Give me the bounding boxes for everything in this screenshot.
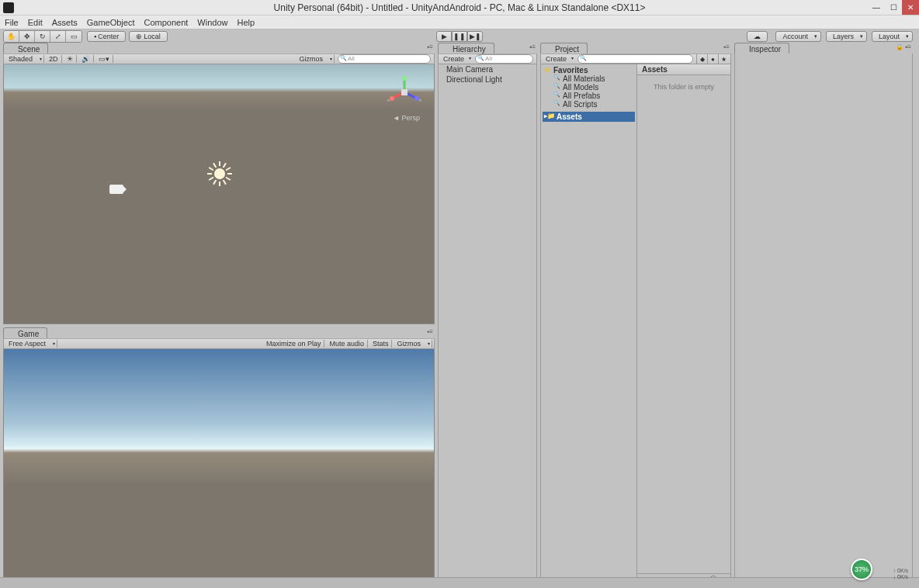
hand-tool-button[interactable]: ✋	[4, 31, 19, 42]
layers-dropdown[interactable]: Layers	[826, 31, 867, 42]
menu-component[interactable]: Component	[144, 18, 188, 27]
project-breadcrumb[interactable]: Assets	[637, 64, 730, 75]
menu-gameobject[interactable]: GameObject	[87, 18, 135, 27]
scene-panel: Scene ▪≡ Shaded 2D ☀ 🔊 ▭▾ Gizmos All	[3, 43, 435, 324]
play-button[interactable]: ▶	[436, 31, 452, 42]
filter-label-icon[interactable]: ●	[707, 54, 718, 64]
favorite-item[interactable]: All Prefabs	[543, 92, 635, 100]
menu-edit[interactable]: Edit	[28, 18, 43, 27]
hierarchy-toolbar: Create All	[438, 54, 537, 64]
favorites-group[interactable]: Favorites	[543, 66, 635, 74]
project-toolbar: Create ◆ ● ★	[540, 54, 731, 64]
inspector-tab[interactable]: Inspector	[734, 43, 789, 54]
account-dropdown[interactable]: Account	[775, 31, 821, 42]
hierarchy-tab[interactable]: Hierarchy	[438, 43, 494, 54]
project-body: Favorites All Materials All Models All P…	[540, 64, 731, 585]
close-button[interactable]: ✕	[902, 0, 919, 15]
inspector-tab-row: Inspector 🔒 ▪≡	[734, 43, 913, 54]
move-tool-button[interactable]: ✥	[19, 31, 35, 42]
rect-tool-button[interactable]: ▭	[66, 31, 81, 42]
game-gizmos-dropdown[interactable]: Gizmos	[394, 340, 432, 348]
hierarchy-panel-menu[interactable]: ▪≡	[529, 43, 536, 50]
orientation-gizmo[interactable]: x y z	[386, 74, 423, 111]
project-search[interactable]	[577, 54, 693, 64]
hierarchy-body[interactable]: Main Camera Directional Light	[438, 64, 537, 585]
hierarchy-item[interactable]: Directional Light	[439, 74, 536, 85]
gizmos-dropdown[interactable]: Gizmos	[296, 55, 335, 63]
stats-toggle[interactable]: Stats	[369, 340, 393, 348]
maximize-button[interactable]: ☐	[885, 0, 902, 15]
light-gizmo-icon[interactable]	[207, 161, 232, 186]
pivot-toggle[interactable]: ▪ Center	[87, 31, 126, 42]
step-button[interactable]: ▶❚	[467, 31, 483, 42]
fx-toggle[interactable]: ▭▾	[95, 55, 113, 63]
hierarchy-search[interactable]: All	[475, 54, 533, 64]
pause-button[interactable]: ❚❚	[452, 31, 467, 42]
hierarchy-item[interactable]: Main Camera	[439, 64, 536, 74]
scene-view[interactable]: x y z ◄ Persp	[3, 64, 435, 324]
window-controls: — ☐ ✕	[868, 0, 919, 15]
save-search-icon[interactable]: ★	[718, 54, 729, 64]
camera-gizmo-icon[interactable]	[109, 185, 123, 194]
scene-skybox	[4, 64, 434, 111]
title-bar: Unity Personal (64bit) - Untitled - Unit…	[0, 0, 919, 16]
project-tab[interactable]: Project	[540, 43, 588, 54]
hierarchy-create-dropdown[interactable]: Create	[440, 55, 472, 63]
assets-folder[interactable]: Assets	[543, 112, 635, 122]
game-tab-row: Game ▪≡	[3, 327, 435, 338]
perspective-label[interactable]: ◄ Persp	[393, 114, 420, 122]
space-label: Local	[144, 33, 161, 40]
game-toolbar: Free Aspect Maximize on Play Mute audio …	[3, 338, 435, 349]
game-view[interactable]	[3, 349, 435, 585]
minimize-button[interactable]: —	[868, 0, 885, 15]
gizmos-label: Gizmos	[299, 55, 323, 63]
game-tab-label: Game	[18, 330, 39, 338]
mute-label: Mute audio	[329, 340, 364, 348]
rotate-tool-button[interactable]: ↻	[35, 31, 50, 42]
mute-toggle[interactable]: Mute audio	[326, 340, 368, 348]
menu-bar: File Edit Assets GameObject Component Wi…	[0, 16, 919, 29]
inspector-panel-menu[interactable]: 🔒 ▪≡	[896, 43, 911, 50]
lighting-toggle[interactable]: ☀	[64, 55, 77, 63]
inspector-tab-label: Inspector	[749, 45, 781, 54]
scene-tab-row: Scene ▪≡	[3, 43, 435, 54]
scene-search[interactable]: All	[338, 54, 431, 64]
project-create-dropdown[interactable]: Create	[543, 55, 574, 63]
shading-label: Shaded	[9, 55, 33, 63]
project-panel-menu[interactable]: ▪≡	[723, 43, 730, 50]
mode2d-label: 2D	[49, 55, 58, 63]
favorite-item[interactable]: All Materials	[543, 74, 635, 83]
space-toggle[interactable]: ⊕ Local	[129, 31, 168, 42]
menu-window[interactable]: Window	[197, 18, 227, 27]
scene-panel-menu[interactable]: ▪≡	[427, 43, 433, 50]
project-tree[interactable]: Favorites All Materials All Models All P…	[541, 64, 637, 584]
svg-text:x: x	[387, 98, 390, 102]
game-panel-menu[interactable]: ▪≡	[427, 328, 433, 335]
maximize-toggle[interactable]: Maximize on Play	[263, 340, 325, 348]
toggle-2d[interactable]: 2D	[46, 55, 62, 63]
svg-point-4	[390, 96, 394, 101]
menu-assets[interactable]: Assets	[52, 18, 78, 27]
game-gizmos-label: Gizmos	[397, 340, 421, 348]
menu-help[interactable]: Help	[237, 18, 255, 27]
shading-mode-dropdown[interactable]: Shaded	[5, 55, 44, 63]
scene-tab-label: Scene	[18, 45, 40, 54]
layout-label: Layout	[879, 33, 900, 40]
layout-dropdown[interactable]: Layout	[872, 31, 913, 42]
project-panel: Project ▪≡ Create ◆ ● ★ Favorites All Ma…	[540, 43, 731, 585]
favorite-item[interactable]: All Models	[543, 83, 635, 92]
system-badge[interactable]: 37%	[851, 559, 872, 580]
aspect-dropdown[interactable]: Free Aspect	[5, 340, 57, 348]
menu-file[interactable]: File	[5, 18, 19, 27]
cloud-button[interactable]: ☁	[747, 31, 768, 42]
scene-tab[interactable]: Scene	[3, 43, 48, 54]
persp-text: Persp	[401, 114, 420, 122]
aspect-label: Free Aspect	[9, 340, 46, 348]
game-skybox	[4, 349, 434, 486]
filter-type-icon[interactable]: ◆	[696, 54, 707, 64]
audio-toggle[interactable]: 🔊	[78, 55, 94, 63]
game-tab[interactable]: Game	[3, 327, 47, 338]
svg-text:y: y	[406, 74, 408, 78]
favorite-item[interactable]: All Scripts	[543, 100, 635, 109]
scale-tool-button[interactable]: ⤢	[50, 31, 66, 42]
